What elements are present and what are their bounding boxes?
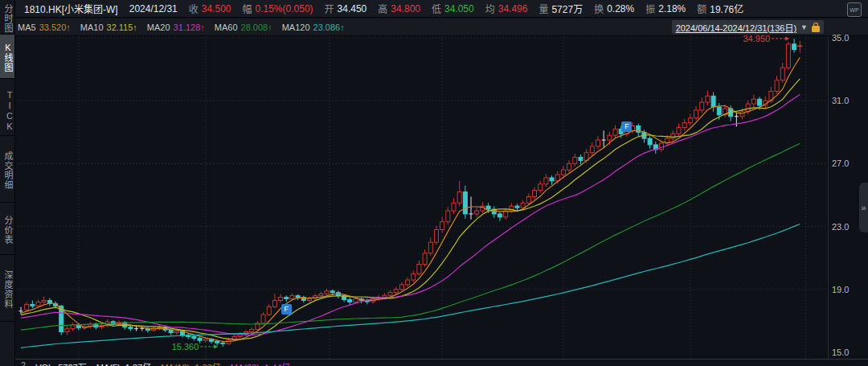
- stock-app-window: 1810.HK[小米集团-W] 2024/12/31 收34.500幅0.15%…: [0, 0, 868, 366]
- quote-field-value: 34.496: [498, 3, 528, 14]
- chevron-down-icon[interactable]: ▼: [800, 23, 808, 31]
- y-axis-label: 23.0: [832, 222, 849, 232]
- volume-pane: 2 VOL: 5727万MA(5): 1.37亿MA(10): 1.33亿MA(…: [14, 359, 868, 366]
- quote-field-value: 34.500: [202, 3, 231, 14]
- quote-field-value: 5727万: [551, 2, 583, 15]
- volume-indicator-value: MA(5): 1.37亿: [96, 360, 151, 366]
- ma-legend-item: MA2031.128↑: [147, 23, 205, 32]
- quote-field-value: 34.800: [391, 3, 420, 14]
- quote-field: 均34.496: [485, 2, 528, 15]
- ma-legend-value: 28.008↑: [241, 23, 272, 32]
- quote-field: 幅0.15%(0.050): [242, 2, 313, 15]
- left-sidebar: 分时图 K线图 TICK 成交明细 分价表 深度资料: [0, 0, 15, 366]
- ma-legend: MA533.520↑MA1032.115↑MA2031.128↑MA6028.0…: [14, 23, 345, 32]
- ma-legend-item: MA1032.115↑: [80, 23, 137, 32]
- volume-indicator-value: MA(10): 1.33亿: [161, 360, 221, 366]
- ma-legend-value: 31.128↑: [174, 23, 205, 32]
- y-axis-label: 15.0: [832, 347, 849, 357]
- y-axis-label: 27.0: [832, 158, 849, 168]
- quote-field: 低34.050: [432, 2, 474, 15]
- ma-legend-value: 32.115↑: [107, 23, 137, 32]
- quote-field-value: 0.15%(0.050): [256, 3, 313, 14]
- ma-legend-item: MA6028.008↑: [215, 23, 272, 32]
- ma-legend-value: 33.520↑: [39, 23, 71, 32]
- quote-date: 2024/12/31: [129, 3, 178, 14]
- sidebar-item-depth-info[interactable]: 深度资料: [0, 255, 14, 322]
- quote-field: 额19.76亿: [697, 2, 743, 15]
- quote-field-label: 收: [189, 2, 199, 15]
- date-range-label: 2024/06/14-2024/12/31(136日): [676, 21, 796, 34]
- quote-bar: 1810.HK[小米集团-W] 2024/12/31 收34.500幅0.15%…: [14, 0, 868, 18]
- ma-legend-label: MA5: [18, 23, 36, 32]
- volume-indicator-value: VOL: 5727万: [35, 360, 87, 366]
- sidebar-item-price-table[interactable]: 分价表: [0, 203, 14, 255]
- ma-legend-value: 23.086↑: [313, 23, 345, 32]
- quote-field-value: 34.450: [338, 3, 367, 14]
- event-marker-f[interactable]: F: [621, 121, 632, 132]
- event-marker-f[interactable]: F: [281, 304, 292, 315]
- lock-icon[interactable]: [812, 23, 820, 32]
- quote-field-value: 2.18%: [658, 3, 686, 14]
- quote-field: 量5727万: [538, 2, 583, 15]
- ma-legend-label: MA60: [215, 23, 238, 32]
- quote-field-label: 开: [325, 2, 334, 15]
- quote-field-value: 0.28%: [607, 3, 634, 14]
- sidebar-item-tick[interactable]: TICK: [0, 84, 14, 136]
- quote-field: 换0.28%: [594, 2, 634, 15]
- quote-field-label: 低: [432, 2, 441, 15]
- date-range-selector[interactable]: 2024/06/14-2024/12/31(136日) ▼: [672, 20, 824, 34]
- y-axis-label: 35.0: [832, 33, 849, 43]
- volume-values: VOL: 5727万MA(5): 1.37亿MA(10): 1.33亿MA(20…: [35, 360, 290, 366]
- sidebar-item-kline[interactable]: K线图: [0, 35, 14, 79]
- ma-legend-item: MA533.520↑: [18, 23, 71, 32]
- sidebar-item-timeline[interactable]: 分时图: [0, 0, 14, 35]
- y-axis-label: 19.0: [832, 285, 849, 294]
- quote-field-label: 高: [378, 2, 387, 15]
- symbol-title: 1810.HK[小米集团-W]: [24, 2, 118, 15]
- quote-field-label: 量: [538, 2, 548, 15]
- quote-field: 高34.800: [378, 2, 420, 15]
- ma-legend-label: MA10: [80, 23, 104, 32]
- quote-field-label: 幅: [242, 2, 252, 15]
- wp-logo-icon: WP: [847, 2, 862, 17]
- ma-legend-label: MA20: [147, 23, 170, 32]
- quote-field-label: 额: [697, 2, 706, 15]
- quote-field-value: 19.76亿: [710, 2, 743, 15]
- quote-field-label: 振: [645, 2, 655, 15]
- lock-body: [812, 26, 820, 32]
- sidebar-item-trade-detail[interactable]: 成交明细: [0, 136, 14, 203]
- quote-field-value: 34.050: [444, 3, 474, 14]
- y-axis-label: 31.0: [832, 96, 849, 105]
- ma-legend-label: MA120: [282, 23, 310, 32]
- quote-fields: 收34.500幅0.15%(0.050)开34.450高34.800低34.05…: [189, 2, 744, 15]
- panel-collapse-handle[interactable]: »: [859, 183, 868, 232]
- candlestick-plot: [14, 36, 828, 359]
- ma-legend-item: MA12023.086↑: [282, 23, 345, 32]
- kline-chart-canvas[interactable]: 34.95015.360FF: [14, 36, 828, 359]
- indicator-bar: MA533.520↑MA1032.115↑MA2031.128↑MA6028.0…: [14, 19, 868, 36]
- quote-field: 收34.500: [189, 2, 231, 15]
- quote-field: 开34.450: [325, 2, 367, 15]
- volume-pane-index: 2: [21, 360, 26, 366]
- quote-field: 振2.18%: [645, 2, 686, 15]
- quote-field-label: 均: [485, 2, 495, 15]
- volume-indicator-row: 2 VOL: 5727万MA(5): 1.37亿MA(10): 1.33亿MA(…: [21, 360, 290, 366]
- volume-indicator-value: MA(20): 1.44亿: [231, 360, 291, 366]
- quote-field-label: 换: [594, 2, 604, 15]
